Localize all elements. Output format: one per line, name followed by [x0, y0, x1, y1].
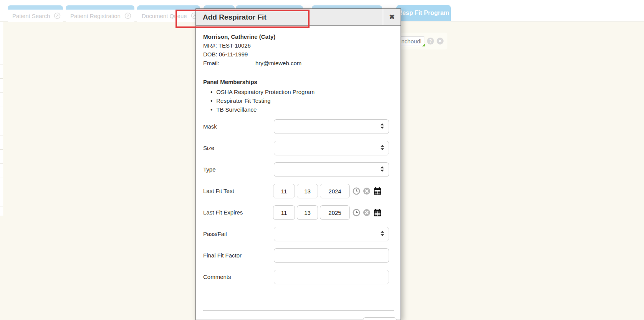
tab-document-queue[interactable]: Document Queue: [137, 5, 200, 22]
close-icon[interactable]: ✖: [383, 9, 401, 25]
size-label: Size: [203, 141, 270, 155]
stepper-icon: [380, 144, 385, 152]
last-fit-test-day[interactable]: [297, 184, 318, 198]
email-value: hry@mieweb.com: [255, 60, 301, 67]
comments-label: Comments: [203, 270, 270, 284]
type-select[interactable]: [274, 162, 389, 177]
patient-name: Morrison, Catherine (Caty): [203, 33, 275, 40]
stepper-icon: [380, 230, 385, 238]
pass-fail-select[interactable]: [274, 227, 389, 241]
last-fit-expires-date-icons: [353, 205, 382, 220]
comments-input[interactable]: [274, 270, 389, 284]
clock-icon[interactable]: [353, 209, 360, 216]
clock-icon[interactable]: [353, 187, 360, 195]
tab-label: Patient Search: [12, 13, 50, 19]
email-label: Email:: [203, 60, 219, 66]
left-edge-table-strip: [0, 22, 3, 216]
tab-label: Patient Registration: [70, 13, 121, 19]
panel-memberships-list: OSHA Respiratory Protection Program Resp…: [210, 87, 315, 114]
tab-patient-search[interactable]: Patient Search: [8, 5, 63, 22]
tab-accent-bar: [137, 5, 200, 10]
add-respirator-fit-dialog: Add Respirator Fit ✖ Morrison, Catherine…: [195, 8, 401, 320]
last-fit-expires-day[interactable]: [297, 205, 318, 220]
tab-label: Document Queue: [142, 13, 187, 19]
last-fit-test-month[interactable]: [273, 184, 295, 198]
last-fit-expires-label: Last Fit Expires: [203, 205, 270, 220]
mask-label: Mask: [203, 119, 270, 134]
last-fit-expires-year[interactable]: [320, 205, 350, 220]
calendar-icon[interactable]: [373, 187, 382, 195]
last-fit-expires-month[interactable]: [273, 205, 295, 220]
panel-memberships-heading: Panel Memberships: [203, 79, 257, 86]
list-item: TB Surveillance: [210, 105, 315, 114]
tab-accent-bar: [8, 5, 63, 10]
patient-dob: DOB: 06-11-1999: [203, 51, 248, 58]
tab-patient-registration[interactable]: Patient Registration: [66, 5, 134, 22]
clear-date-icon[interactable]: [363, 187, 371, 195]
footer-divider: [203, 310, 394, 311]
screen: Patient Search Patient Registration Docu…: [0, 0, 644, 320]
search-input[interactable]: [400, 36, 424, 46]
final-fit-factor-label: Final Fit Factor: [203, 248, 270, 263]
resize-handle[interactable]: [422, 44, 425, 46]
open-in-new-icon[interactable]: [54, 12, 61, 19]
type-label: Type: [203, 162, 270, 177]
search-panel: ? ✕: [397, 33, 447, 49]
pass-fail-label: Pass/Fail: [203, 227, 270, 241]
size-select[interactable]: [274, 141, 389, 155]
clear-icon[interactable]: ✕: [437, 38, 444, 45]
list-item: Respirator Fit Testing: [210, 96, 315, 105]
stepper-icon: [380, 123, 385, 131]
last-fit-test-label: Last Fit Test: [203, 184, 270, 198]
patient-mr: MR#: TEST-10026: [203, 42, 251, 49]
patient-email-row: Email: hry@mieweb.com: [203, 60, 219, 67]
last-fit-test-date-icons: [353, 184, 382, 198]
save-button[interactable]: Save: [363, 317, 397, 320]
list-item: OSHA Respiratory Protection Program: [210, 87, 315, 96]
last-fit-test-year[interactable]: [320, 184, 350, 198]
mask-select[interactable]: [274, 119, 389, 134]
tab-resp-fit-program[interactable]: Resp Fit Program: [396, 5, 451, 21]
tab-accent-bar: [66, 5, 134, 10]
clear-date-icon[interactable]: [363, 209, 371, 216]
final-fit-factor-input[interactable]: [274, 248, 389, 263]
dialog-body: Morrison, Catherine (Caty) MR#: TEST-100…: [196, 26, 401, 320]
stepper-icon: [380, 166, 385, 174]
calendar-icon[interactable]: [373, 208, 382, 217]
help-icon[interactable]: ?: [427, 38, 434, 45]
dialog-header: Add Respirator Fit ✖: [196, 9, 401, 26]
open-in-new-icon[interactable]: [124, 12, 131, 19]
dialog-title: Add Respirator Fit: [196, 9, 383, 25]
